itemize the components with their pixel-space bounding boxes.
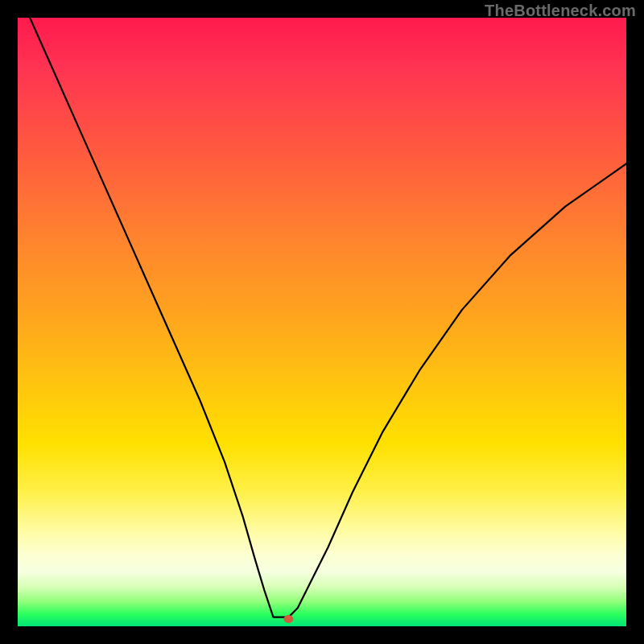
plot-area xyxy=(18,18,626,626)
curve-svg xyxy=(18,18,626,626)
optimum-marker xyxy=(283,615,293,623)
bottleneck-curve xyxy=(30,18,626,617)
chart-frame: TheBottleneck.com xyxy=(0,0,644,644)
